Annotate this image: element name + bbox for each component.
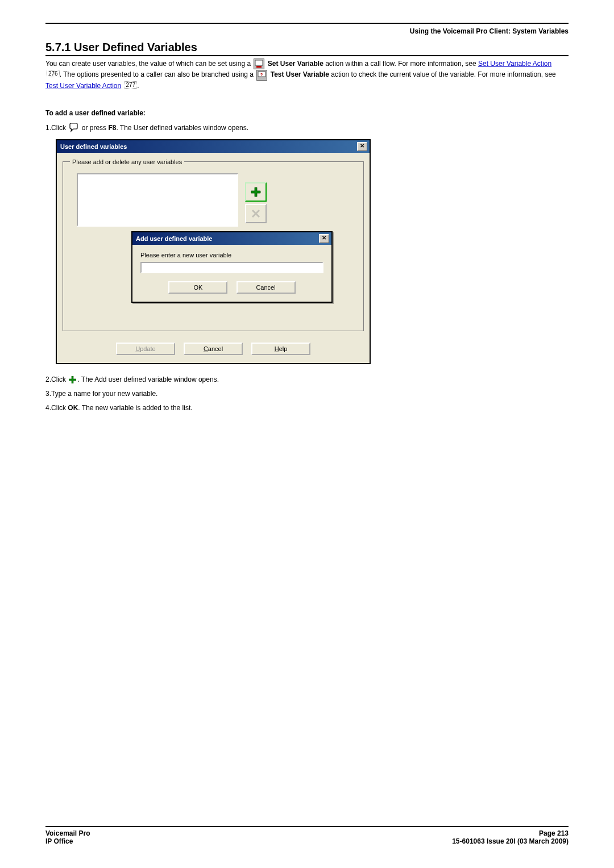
close-icon[interactable]: ✕ bbox=[357, 142, 367, 151]
footer-left-2: IP Office bbox=[45, 837, 73, 845]
delete-button[interactable] bbox=[245, 204, 267, 223]
cancel-button-outer[interactable]: Cancel bbox=[184, 343, 243, 355]
user-defined-variables-window: User defined variables ✕ Please add or d… bbox=[56, 139, 371, 364]
variables-listbox[interactable] bbox=[77, 173, 238, 227]
step-4: 4.Click OK. The new variable is added to… bbox=[45, 403, 569, 414]
add-user-defined-variable-dialog: Add user defined variable ✕ Please enter… bbox=[131, 231, 333, 303]
breadcrumb: Using the Voicemail Pro Client: System V… bbox=[45, 27, 569, 35]
xref-page-276: 276 bbox=[47, 70, 60, 77]
speech-bubble-icon bbox=[69, 123, 78, 133]
svg-rect-2 bbox=[256, 66, 262, 68]
groupbox-legend: Please add or delete any user variables bbox=[70, 158, 184, 165]
step-3: 3.Type a name for your new variable. bbox=[45, 389, 569, 399]
svg-rect-1 bbox=[255, 60, 263, 65]
test-user-variable-icon: ? bbox=[256, 70, 267, 81]
add-button[interactable] bbox=[245, 182, 267, 202]
window-title: User defined variables bbox=[60, 143, 127, 150]
new-variable-input[interactable] bbox=[140, 262, 323, 273]
nested-prompt: Please enter a new user variable bbox=[140, 252, 323, 258]
step-1: 1.Click or press F8. The User defined va… bbox=[45, 123, 569, 133]
svg-text:?: ? bbox=[260, 72, 263, 77]
help-button[interactable]: Help bbox=[251, 343, 310, 355]
delete-x-icon bbox=[251, 208, 261, 219]
page-header: Using the Voicemail Pro Client: System V… bbox=[45, 23, 569, 35]
intro-paragraph: You can create user variables, the value… bbox=[45, 59, 569, 91]
set-user-variable-icon bbox=[254, 59, 264, 69]
update-button[interactable]: Update bbox=[116, 343, 175, 355]
procedure-heading: To add a user defined variable: bbox=[45, 108, 569, 118]
cancel-button[interactable]: Cancel bbox=[237, 281, 296, 294]
footer-left-1: Voicemail Pro bbox=[45, 829, 90, 837]
link-set-user-variable-action[interactable]: Set User Variable Action bbox=[478, 60, 551, 68]
ok-button[interactable]: OK bbox=[168, 281, 227, 294]
link-test-user-variable-action[interactable]: Test User Variable Action bbox=[45, 82, 121, 90]
page-footer: Voicemail Pro Page 213 IP Office 15-6010… bbox=[45, 826, 569, 845]
nested-window-title: Add user defined variable bbox=[136, 235, 212, 242]
plus-small-icon bbox=[69, 376, 76, 383]
xref-page-277: 277 bbox=[125, 81, 138, 89]
step-2: 2.Click . The Add user defined variable … bbox=[45, 374, 569, 385]
plus-icon bbox=[251, 187, 261, 197]
close-icon[interactable]: ✕ bbox=[319, 234, 329, 243]
footer-right-1: Page 213 bbox=[539, 829, 569, 837]
footer-right-2: 15-601063 Issue 20l (03 March 2009) bbox=[452, 837, 569, 845]
section-heading: 5.7.1 User Defined Variables bbox=[45, 41, 569, 56]
